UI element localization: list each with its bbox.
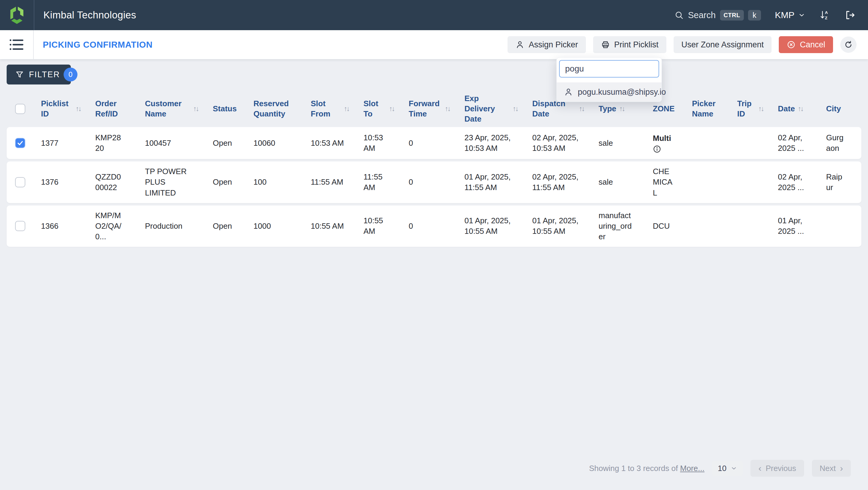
column-header-customer-name[interactable]: Customer Name↑↓ [138,96,206,122]
person-icon [564,87,573,96]
cell-exp-delivery-date: 23 Apr, 2025, 10:53 AM [457,127,525,158]
cell-slot-from: 11:55 AM [304,172,356,192]
cell-slot-from: 10:55 AM [304,216,356,236]
cell-dispatch-date: 02 Apr, 2025, 11:55 AM [525,167,591,198]
cell-forward-time: 0 [401,172,457,192]
column-header-label: Date [778,104,795,114]
chevron-left-icon: ‹ [758,464,761,473]
cell-trip-id [730,138,771,148]
cell-type: sale [591,172,646,192]
sort-icon[interactable]: ↑↓ [76,105,81,113]
sort-az-icon[interactable]: A Z [819,9,831,21]
kbd-ctrl: CTRL [720,10,744,21]
svg-text:Z: Z [825,16,827,20]
filter-count-badge: 0 [64,67,78,82]
refresh-button[interactable] [840,36,857,53]
column-header-picklist-id[interactable]: Picklist ID↑↓ [34,96,88,122]
chevron-down-icon [798,11,805,19]
row-checkbox[interactable] [15,177,25,188]
picker-search-input[interactable] [559,60,659,78]
column-header-label: Reserved Quantity [253,99,296,119]
zone-value: CHEMICAL [653,167,673,197]
printer-icon [601,40,610,49]
cell-picklist-id: 1377 [34,133,88,153]
cell-order-ref-id: KMP2820 [88,127,138,158]
sort-icon[interactable]: ↑↓ [193,105,198,113]
column-header-zone[interactable]: ZONE [646,101,685,117]
cell-dispatch-date: 01 Apr, 2025, 10:55 AM [525,211,591,241]
sort-icon[interactable]: ↑↓ [513,105,518,113]
sort-icon[interactable]: ↑↓ [798,105,803,113]
cell-city: Gurgaon [819,127,852,158]
column-header-order-ref-id[interactable]: Order Ref/ID [88,96,138,122]
cell-trip-id [730,221,771,231]
column-header-date[interactable]: Date↑↓ [771,101,819,117]
column-header-label: ZONE [653,104,675,114]
column-header-label: Customer Name [145,99,190,119]
cancel-circle-icon [786,40,796,49]
chevron-down-icon [731,465,737,471]
sort-icon[interactable]: ↑↓ [389,105,394,113]
next-button[interactable]: Next › [812,460,851,477]
page-title: PICKING CONFIRMATION [43,40,153,50]
previous-button[interactable]: ‹ Previous [750,460,804,477]
cell-reserved-quantity: 1000 [246,216,304,236]
kbd-k: k [748,10,761,21]
org-label: KMP [775,10,795,20]
column-header-status[interactable]: Status [206,101,246,117]
picklist-table: Picklist ID↑↓Order Ref/IDCustomer Name↑↓… [7,90,861,249]
logout-icon[interactable] [844,10,855,21]
column-header-label: Trip ID [737,99,755,119]
sort-icon[interactable]: ↑↓ [344,105,349,113]
column-header-slot-from[interactable]: Slot From↑↓ [304,96,356,122]
user-zone-assignment-button[interactable]: User Zone Assignment [674,36,772,53]
top-bar: Kimbal Technologies Search CTRL k KMP A … [0,0,868,30]
column-header-forward-time[interactable]: Forward Time↑↓ [401,96,457,122]
sort-icon[interactable]: ↑↓ [619,105,624,113]
cell-picker-name [685,221,730,231]
picker-suggestion-item[interactable]: pogu.kusuma@shipsy.io [557,82,661,102]
cell-status: Open [206,172,246,192]
assign-picker-dropdown: pogu.kusuma@shipsy.io [556,57,662,102]
cell-reserved-quantity: 10060 [246,133,304,153]
table-header-row: Picklist ID↑↓Order Ref/IDCustomer Name↑↓… [7,90,861,127]
menu-list-icon[interactable] [0,30,33,59]
global-search[interactable]: Search CTRL k [674,10,761,21]
column-header-reserved-quantity[interactable]: Reserved Quantity [246,96,304,122]
column-header-city[interactable]: City [819,101,852,117]
info-icon[interactable] [653,145,661,153]
print-picklist-button[interactable]: Print Picklist [593,36,666,53]
sort-icon[interactable]: ↑↓ [445,105,450,113]
sort-icon[interactable]: ↑↓ [579,105,584,113]
select-all-checkbox[interactable] [15,104,25,114]
column-header-label: Order Ref/ID [95,99,130,119]
cell-forward-time: 0 [401,216,457,236]
cell-exp-delivery-date: 01 Apr, 2025, 10:55 AM [457,211,525,241]
column-header-picker-name[interactable]: Picker Name [685,96,730,122]
column-header-slot-to[interactable]: Slot To↑↓ [356,96,401,122]
column-header-trip-id[interactable]: Trip ID↑↓ [730,96,771,122]
refresh-icon [844,40,853,49]
assign-picker-button[interactable]: Assign Picker [507,36,586,53]
cell-slot-to: 10:55 AM [356,211,401,241]
cell-date: 02 Apr, 2025 ... [771,127,819,158]
topbar-divider [34,0,34,30]
more-link[interactable]: More... [680,464,705,473]
assign-picker-label: Assign Picker [529,40,578,50]
row-checkbox[interactable] [15,138,25,148]
org-switcher[interactable]: KMP [775,10,805,20]
sort-icon[interactable]: ↑↓ [758,105,764,113]
page-size-select[interactable]: 10 [712,461,743,476]
kimbal-logo-icon [6,4,28,26]
svg-text:A: A [825,10,828,15]
chevron-right-icon: › [840,464,843,473]
cancel-button[interactable]: Cancel [779,36,833,53]
filter-button[interactable]: FILTER 0 [7,64,71,85]
column-header-exp-delivery-date[interactable]: Exp Delivery Date↑↓ [457,90,525,127]
table-row: 1376QZZD000022TP POWER PLUS LIMITEDOpen1… [7,162,861,203]
cell-picklist-id: 1366 [34,216,88,236]
column-header-type[interactable]: Type↑↓ [591,101,646,117]
column-header-label: Slot From [311,99,341,119]
row-checkbox[interactable] [15,221,25,231]
brand-logo[interactable] [0,4,34,26]
